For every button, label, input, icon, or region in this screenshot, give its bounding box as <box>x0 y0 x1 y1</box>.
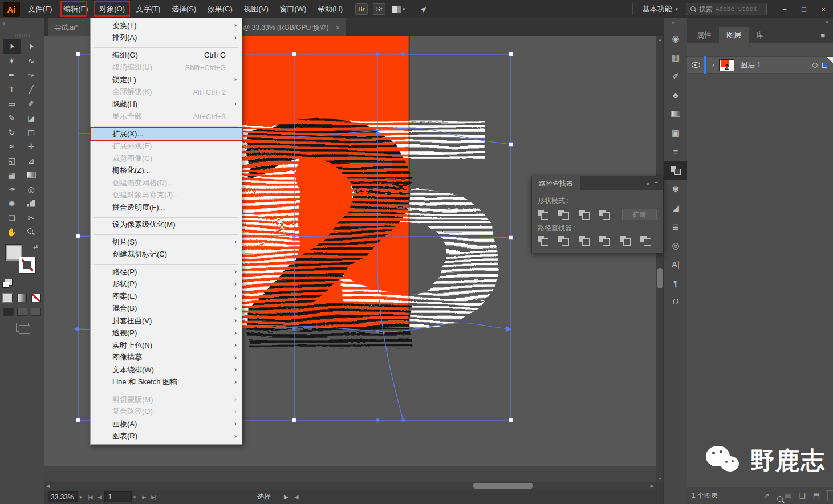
tab-close-icon[interactable]: × <box>335 23 340 32</box>
menu-item[interactable]: 路径(P) › <box>91 266 242 278</box>
scroll-left-icon[interactable]: ◀ <box>46 483 50 489</box>
menubar-item[interactable]: 选择(S) <box>167 2 201 16</box>
menu-item[interactable]: › <box>91 214 242 219</box>
tool-button[interactable]: ◱ <box>3 153 21 168</box>
dock-panel-button[interactable] <box>664 104 688 123</box>
panel-menu-icon[interactable]: ≡ <box>815 29 831 40</box>
draw-normal-button[interactable] <box>3 308 14 316</box>
panel-tab[interactable]: 库 <box>749 27 771 43</box>
visibility-eye-icon[interactable] <box>692 62 700 68</box>
dock-panel-button[interactable]: ≡ <box>664 142 688 161</box>
dock-panel-button[interactable]: A| <box>664 255 688 274</box>
tool-button[interactable]: ◎ <box>22 182 40 196</box>
footer-icon-button[interactable] <box>827 491 828 500</box>
menubar-item[interactable]: 帮助(H) <box>313 2 347 16</box>
menubar-item[interactable]: 对象(O) <box>95 2 129 16</box>
menu-item[interactable]: 栅格化(Z)... › <box>91 165 242 177</box>
dock-panel-button[interactable]: ◎ <box>664 236 688 255</box>
default-fill-stroke-icon[interactable] <box>5 279 13 286</box>
menu-item[interactable]: 排列(A) › <box>91 32 242 44</box>
vertical-scroll-thumb[interactable] <box>657 268 663 288</box>
artboard-dropdown-icon[interactable]: ▾ <box>133 494 136 500</box>
panel-menu-icon[interactable]: ≡ <box>655 180 658 187</box>
tool-button[interactable]: ✑ <box>22 68 40 82</box>
window-button[interactable]: □ <box>794 2 814 17</box>
gradient-button[interactable] <box>17 294 27 302</box>
none-button[interactable] <box>31 294 41 302</box>
menu-item[interactable]: 隐藏(H) › <box>91 98 242 111</box>
draw-inside-button[interactable] <box>31 308 41 316</box>
dock-panel-button[interactable]: ✐ <box>664 67 688 86</box>
tool-button[interactable]: ▦ <box>3 168 21 182</box>
tool-button[interactable]: ✺ <box>3 196 21 210</box>
menu-item[interactable]: 混合(B) › <box>91 303 242 315</box>
last-artboard-button[interactable]: ▶| <box>148 494 158 500</box>
share-icon[interactable]: ➤ <box>418 3 429 15</box>
tool-button[interactable]: ✒ <box>3 182 21 196</box>
dock-panel-button[interactable]: ♣ <box>664 86 688 104</box>
menu-item[interactable]: 文本绕排(W) › <box>91 364 242 376</box>
layer-row[interactable]: › 2 图层 1 <box>687 56 833 74</box>
dock-panel-button[interactable]: ◉ <box>664 29 688 48</box>
tool-button[interactable]: T <box>3 82 21 96</box>
tool-button[interactable]: ≈ <box>3 139 21 153</box>
screen-mode-button[interactable] <box>16 323 29 332</box>
tool-button[interactable]: ➤ <box>22 39 40 54</box>
shape-mode-button[interactable] <box>579 210 590 219</box>
tool-button[interactable]: ✒ <box>3 68 21 82</box>
shape-mode-button[interactable] <box>599 210 611 219</box>
panel-tab[interactable]: 图层 <box>719 27 749 43</box>
tool-button[interactable]: ➤ <box>3 39 21 54</box>
layer-name[interactable]: 图层 1 <box>740 60 761 70</box>
dock-panel-button[interactable]: ¶ <box>664 274 688 292</box>
app-badge[interactable]: St <box>373 3 385 15</box>
menubar-item[interactable]: 文件(F) <box>23 2 57 16</box>
tool-button[interactable]: ✐ <box>22 96 40 111</box>
dock-panel-button[interactable]: O <box>664 292 688 311</box>
panel-tab[interactable]: 属性 <box>689 27 719 43</box>
tool-button[interactable]: ◳ <box>22 125 40 139</box>
tool-button[interactable]: ▭ <box>3 96 21 111</box>
menu-item[interactable]: 变换(T) › <box>91 19 242 32</box>
stroke-color-swatch[interactable] <box>19 257 35 273</box>
menu-item[interactable]: 扩展(X)... › <box>91 128 242 140</box>
menu-item[interactable]: 编组(G) Ctrl+G › <box>91 49 242 62</box>
menu-item[interactable]: 扩展外观(E) › <box>91 140 242 153</box>
artboard-number-field[interactable]: 1 <box>104 491 132 502</box>
menu-item[interactable]: 切片(S) › <box>91 236 242 249</box>
zoom-level-field[interactable]: 33.33% <box>48 491 78 502</box>
tool-button[interactable]: ✂ <box>22 210 40 225</box>
tool-button[interactable]: ✋ <box>3 225 21 239</box>
menu-item[interactable]: 裁剪图像(C) › <box>91 152 242 165</box>
window-button[interactable]: × <box>814 2 833 17</box>
pathfinder-panel-tab[interactable]: 路径查找器 <box>532 176 580 190</box>
dock-panel-button[interactable]: ▦ <box>664 48 688 67</box>
tool-button[interactable]: ⊿ <box>22 153 40 168</box>
zoom-dropdown-icon[interactable]: ▾ <box>79 494 82 500</box>
menubar-item[interactable]: 窗口(W) <box>275 2 311 16</box>
tool-button[interactable] <box>22 168 40 182</box>
menu-item[interactable]: 剪切蒙版(M) › <box>91 393 242 406</box>
next-artboard-button[interactable]: ▶ <box>139 494 148 500</box>
tool-button[interactable] <box>22 225 40 239</box>
status-pane-arrow2[interactable]: ◀ <box>294 494 299 500</box>
menu-item[interactable]: 全部解锁(K) Alt+Ctrl+2 › <box>91 86 242 99</box>
dock-collapse-icon[interactable]: « <box>664 18 687 29</box>
arrange-documents-button[interactable]: ▾ <box>392 6 405 13</box>
window-button[interactable]: − <box>775 2 794 17</box>
tool-button[interactable]: ✶ <box>3 54 21 68</box>
panel-grip[interactable] <box>15 34 30 37</box>
footer-icon-button[interactable]: ▣ <box>785 491 791 500</box>
tool-button[interactable]: ❏ <box>3 210 21 225</box>
menu-item[interactable]: 创建对象马赛克(J)... › <box>91 189 242 202</box>
menu-item[interactable]: 图表(R) › <box>91 430 242 443</box>
layer-target-icon[interactable] <box>812 63 818 68</box>
menu-item[interactable]: 设为像素级优化(M) › <box>91 219 242 231</box>
tool-button[interactable]: ✎ <box>3 111 21 125</box>
menu-item[interactable]: 实时上色(N) › <box>91 339 242 352</box>
menubar-item[interactable]: 视图(V) <box>239 2 273 16</box>
menu-item[interactable]: › <box>91 388 242 393</box>
menubar-item[interactable]: 文字(T) <box>132 2 165 16</box>
panel-collapse-icon[interactable]: « <box>0 18 44 33</box>
tool-button[interactable]: ∿ <box>22 54 40 68</box>
